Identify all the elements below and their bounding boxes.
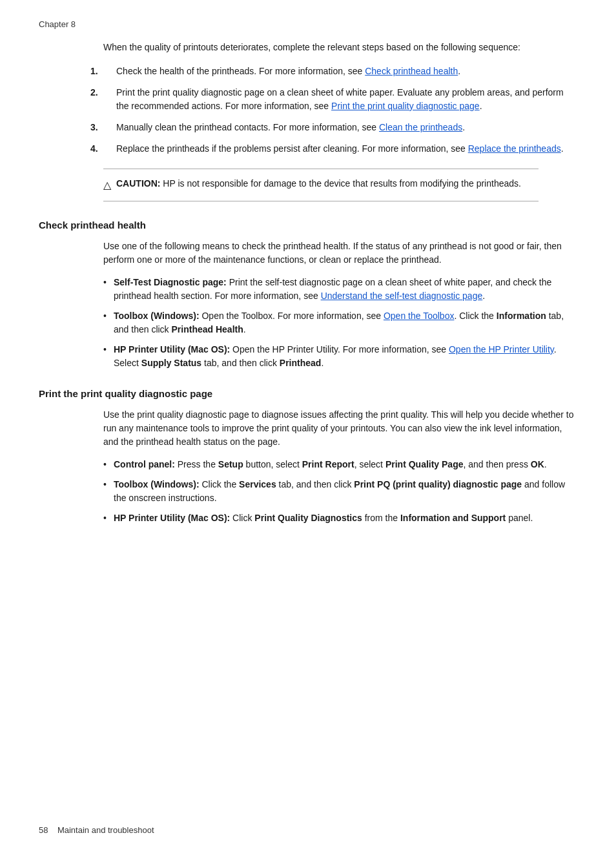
inline-bold: Supply Status [141,358,201,368]
inline-bold: Print Quality Diagnostics [254,513,362,523]
list-number: 2. [90,86,98,99]
inline-bold: Printhead Health [172,324,243,334]
caution-icon: △ [103,178,111,193]
list-item: Toolbox (Windows): Click the Services ta… [103,478,577,505]
section1-heading: Check printhead health [39,220,577,231]
caution-box: △ CAUTION: HP is not responsible for dam… [103,169,539,201]
list-item: Self-Test Diagnostic page: Print the sel… [103,276,577,303]
list-number: 4. [90,142,98,156]
list-number: 1. [90,65,98,78]
section1-intro: Use one of the following means to check … [103,240,577,267]
page-number: 58 [39,825,48,835]
clean-printheads-link[interactable]: Clean the printheads [379,122,462,132]
inline-bold: Print PQ (print quality) diagnostic page [354,479,522,489]
list-item: 4. Replace the printheads if the problem… [103,142,577,156]
inline-bold: Information [497,311,546,321]
list-item: Control panel: Press the Setup button, s… [103,458,577,471]
numbered-list: 1. Check the health of the printheads. F… [103,65,577,156]
caution-text: CAUTION: HP is not responsible for damag… [116,177,521,190]
chapter-label: Chapter 8 [39,19,577,29]
list-text: Manually clean the printhead contacts. F… [116,122,465,132]
bullet-bold: Self-Test Diagnostic page: [114,277,227,287]
caution-label: CAUTION: [116,178,160,189]
footer: 58 Maintain and troubleshoot [39,825,154,835]
list-item: Toolbox (Windows): Open the Toolbox. For… [103,309,577,336]
list-text: Print the print quality diagnostic page … [116,87,564,111]
inline-bold: Printhead [280,358,322,368]
list-item: 2. Print the print quality diagnostic pa… [103,86,577,113]
inline-bold: Information and Support [400,513,506,523]
section1-bullet-list: Self-Test Diagnostic page: Print the sel… [103,276,577,370]
print-quality-page-link[interactable]: Print the print quality diagnostic page [331,101,480,111]
bullet-bold: Toolbox (Windows): [114,479,200,489]
inline-bold: Print Report [302,459,354,469]
page: Chapter 8 When the quality of printouts … [0,0,616,853]
inline-bold: Setup [218,459,243,469]
inline-bold: Services [239,479,276,489]
list-item: HP Printer Utility (Mac OS): Open the HP… [103,343,577,370]
replace-printheads-link[interactable]: Replace the printheads [468,143,561,154]
section2-intro: Use the print quality diagnostic page to… [103,408,577,449]
bullet-bold: HP Printer Utility (Mac OS): [114,513,230,523]
section2-heading: Print the print quality diagnostic page [39,388,577,399]
list-item: 1. Check the health of the printheads. F… [103,65,577,78]
list-item: HP Printer Utility (Mac OS): Click Print… [103,511,577,525]
footer-text: Maintain and troubleshoot [57,825,154,835]
self-test-diagnostic-link[interactable]: Understand the self-test diagnostic page [321,291,483,301]
inline-bold: Print Quality Page [385,459,464,469]
list-number: 3. [90,121,98,134]
list-text: Replace the printheads if the problems p… [116,143,564,154]
intro-paragraph: When the quality of printouts deteriorat… [103,41,577,54]
list-text: Check the health of the printheads. For … [116,66,460,76]
open-hp-printer-utility-link[interactable]: Open the HP Printer Utility [449,344,554,355]
check-printhead-health-link[interactable]: Check printhead health [365,66,458,76]
bullet-bold: HP Printer Utility (Mac OS): [114,344,230,355]
inline-bold: OK [531,459,544,469]
section2-bullet-list: Control panel: Press the Setup button, s… [103,458,577,525]
list-item: 3. Manually clean the printhead contacts… [103,121,577,134]
bullet-bold: Toolbox (Windows): [114,311,200,321]
open-toolbox-link[interactable]: Open the Toolbox [384,311,455,321]
bullet-bold: Control panel: [114,459,175,469]
